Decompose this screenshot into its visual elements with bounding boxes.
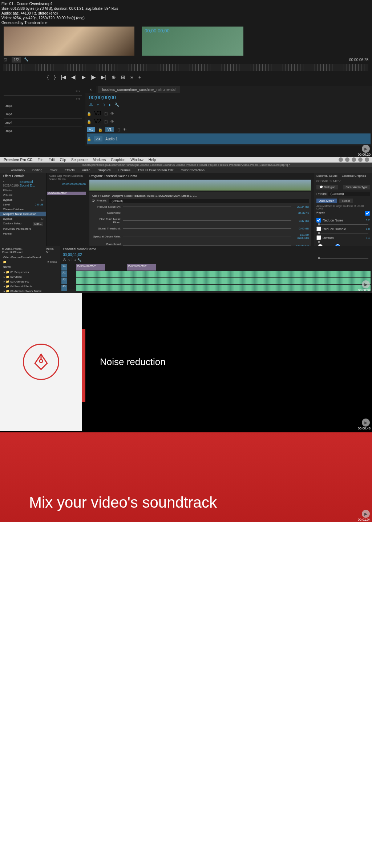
file-item[interactable]: .mp4 (5, 112, 12, 116)
track-a3-btn[interactable]: A3 (61, 285, 67, 291)
play-overlay-icon[interactable]: ▶ (362, 145, 370, 153)
status-icon[interactable] (339, 157, 343, 162)
seq-tab-prev[interactable]: × (85, 86, 96, 93)
source-monitor-preview[interactable] (4, 27, 134, 56)
status-icon[interactable] (352, 157, 356, 162)
track-a2-btn[interactable]: A2 (61, 278, 67, 284)
eff-name[interactable]: Custom Setup (3, 222, 21, 226)
video-clip[interactable]: 8CSA0192.MOV (127, 264, 156, 271)
preset-select[interactable]: (Custom) (328, 192, 370, 196)
output-icon[interactable]: ⬚ (104, 120, 108, 124)
tab-effect-controls[interactable]: Effect Controls (3, 174, 24, 178)
folder-item[interactable]: ▸ 📁 01 Sequences (1, 270, 58, 275)
wrench-icon[interactable]: 🔧 (77, 258, 81, 262)
workspace-item[interactable]: Audio (82, 168, 90, 172)
play-icon[interactable]: ▶ (82, 74, 86, 80)
param-slider[interactable] (123, 219, 291, 222)
eye-icon[interactable]: 👁 (123, 128, 126, 132)
mark-out-icon[interactable]: } (54, 74, 56, 80)
play-overlay-icon[interactable]: ▶ (362, 280, 370, 288)
menu-item[interactable]: Graphics (111, 158, 125, 162)
reduce-noise-slider[interactable] (318, 224, 368, 225)
workspace-item[interactable]: Libraries (118, 168, 130, 172)
zoom-dropdown[interactable]: 1/2 (12, 57, 21, 63)
collapse-icon[interactable]: ≡ » (76, 89, 80, 93)
reduce-noise-cb[interactable] (316, 218, 321, 223)
lock-icon[interactable]: 🔒 (98, 128, 102, 132)
param-val[interactable]: 36.32 % (294, 211, 309, 215)
param-slider[interactable] (123, 244, 291, 247)
param-val[interactable]: 181.60 ms/60dB (294, 233, 309, 240)
snap-icon[interactable]: ⁂ (89, 103, 93, 107)
step-fwd-icon[interactable]: |▶ (91, 74, 96, 80)
video-clip[interactable]: 8CSA0189.MOV (76, 264, 105, 271)
bin-icon[interactable]: 📁 (3, 260, 7, 264)
insert-icon[interactable]: ⊕ (112, 74, 116, 80)
snap-icon[interactable]: ⁂ (63, 258, 66, 262)
repair-toggle[interactable] (365, 211, 370, 216)
audio-clip[interactable] (76, 271, 371, 277)
media-browser-tab[interactable]: Media Bro (44, 246, 60, 255)
eff-name[interactable]: Individual Parameters (3, 227, 31, 231)
menu-item[interactable]: Window (130, 158, 143, 162)
eff-name[interactable]: Panner (3, 232, 12, 235)
menu-item[interactable]: Clip (60, 158, 66, 162)
workspace-item[interactable]: TMIHH Dual Screen Edit (138, 168, 174, 172)
param-slider[interactable] (123, 227, 291, 230)
eff-val[interactable]: □ (41, 217, 43, 220)
master-clip-left[interactable]: * 8CSA0189. (3, 180, 20, 187)
dialogue-button[interactable]: 💬 Dialogue (316, 185, 338, 189)
seq-tab[interactable]: Essential Sound Demo (63, 247, 96, 251)
param-slider[interactable] (123, 205, 291, 208)
eye-icon[interactable]: 👁 (110, 120, 114, 124)
magnet-icon[interactable]: ∩ (97, 103, 100, 107)
track-a1[interactable]: A1 (94, 136, 102, 141)
eff-name[interactable]: Volume (3, 193, 13, 197)
track-v2[interactable]: V2 (94, 118, 101, 125)
eff-val[interactable]: 0.0 dB (35, 203, 43, 206)
program-monitor-preview[interactable]: 00;00;00;00 (142, 27, 243, 56)
overwrite-icon[interactable]: ⊞ (121, 74, 125, 80)
lock-icon[interactable]: 🔒 (87, 137, 91, 141)
repair-section[interactable]: Repair (316, 211, 325, 216)
settings-icon[interactable]: 🔧 (24, 57, 29, 63)
reset-button[interactable]: Reset (339, 199, 353, 203)
param-val[interactable]: 22.34 dB (294, 205, 309, 208)
export-frame-icon[interactable]: » (130, 74, 133, 80)
track-a1-btn[interactable]: A1 (61, 271, 67, 277)
file-item[interactable]: .mp4 (5, 129, 12, 133)
edit-button[interactable]: Edit... (33, 222, 43, 226)
param-slider[interactable] (123, 212, 291, 215)
play-overlay-icon[interactable]: ▶ (362, 419, 370, 427)
timeline-ruler[interactable] (4, 64, 368, 71)
power-icon[interactable]: ⏻ (92, 199, 94, 203)
reduce-rumble-slider[interactable] (318, 233, 368, 233)
eff-name[interactable]: Effects (3, 189, 12, 192)
menu-item[interactable]: File (37, 158, 43, 162)
project-tab[interactable]: t: Video-Promo-EssentialSound (0, 246, 41, 255)
mark-in-icon[interactable]: { (47, 74, 49, 80)
marker-icon[interactable]: ♦ (109, 103, 111, 107)
eff-val[interactable]: □ (41, 198, 43, 201)
marker-icon[interactable]: ♦ (74, 258, 76, 262)
link-icon[interactable]: ⌇ (103, 103, 105, 107)
lock-icon[interactable]: 🔒 (87, 120, 91, 124)
workspace-item[interactable]: Color (50, 168, 58, 172)
track-v1[interactable]: V1 (105, 127, 114, 132)
workspace-item[interactable]: Color Correction (181, 168, 205, 172)
play-overlay-icon[interactable]: ▶ (362, 510, 370, 518)
eff-name[interactable]: Level (3, 203, 10, 206)
sequence-tab[interactable]: lossless_summertime_sunshine_instrumenta… (98, 86, 180, 93)
auto-match-button[interactable]: Auto-Match (316, 199, 337, 203)
workspace-item[interactable]: Effects (65, 168, 74, 172)
menu-item[interactable]: Sequence (71, 158, 88, 162)
workspace-item[interactable]: Graphics (97, 168, 110, 172)
tab-essential-sound[interactable]: Essential Sound (314, 173, 340, 179)
opt-val[interactable]: 1.0 (366, 227, 370, 231)
program-tab[interactable]: Program: Essential Sound Demo (86, 173, 314, 179)
wrench-icon[interactable]: 🔧 (114, 103, 120, 107)
status-icon[interactable] (358, 157, 363, 162)
add-icon[interactable]: + (138, 74, 141, 80)
eff-name[interactable]: Channel Volume (3, 208, 24, 211)
mixer-tab[interactable]: Audio Clip Mixer: Essential Sound Demo (46, 173, 86, 182)
